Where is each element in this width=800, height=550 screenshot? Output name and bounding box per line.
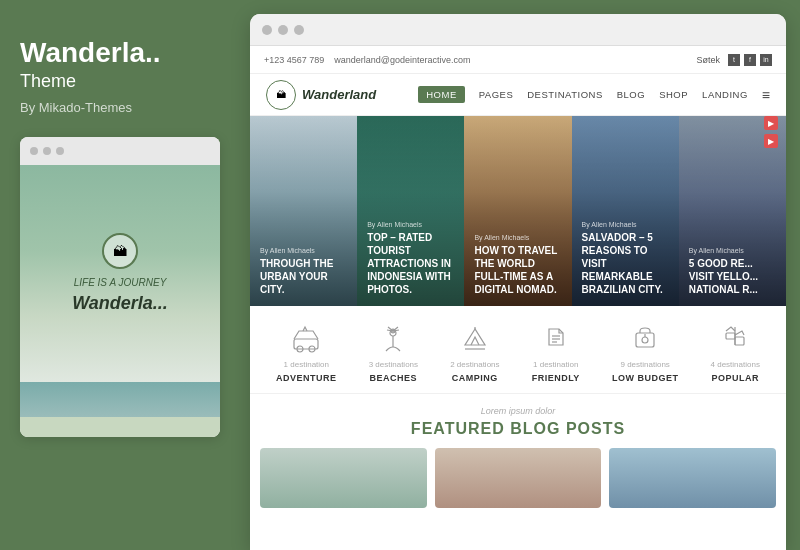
nav-destinations[interactable]: DESTINATIONS xyxy=(527,89,603,100)
mini-hero-bg: 🏔 LIFE IS A JOURNEY Wanderla... xyxy=(20,165,220,382)
mini-card-body: 🏔 LIFE IS A JOURNEY Wanderla... xyxy=(20,165,220,437)
hero-title-3: HOW TO TRAVEL THE WORLD FULL-TIME AS A D… xyxy=(474,244,561,296)
hero-card-2: By Allen Michaels TOP – RATED TOURIST AT… xyxy=(357,116,464,306)
mini-dot-2 xyxy=(43,147,51,155)
mini-preview-card: 🏔 LIFE IS A JOURNEY Wanderla... xyxy=(20,137,220,437)
facebook-icon: f xyxy=(744,54,756,66)
mini-preview: 🏔 LIFE IS A JOURNEY Wanderla... xyxy=(20,165,220,437)
hero-card-4: By Allen Michaels SALVADOR – 5 REASONS T… xyxy=(572,116,679,306)
camping-label: CAMPING xyxy=(452,373,498,383)
hero-text-1: By Allen Michaels THROUGH THE URBAN YOUR… xyxy=(260,247,347,296)
site-nav: 🏔 Wanderland HOME PAGES DESTINATIONS BLO… xyxy=(250,74,786,116)
hero-card-3: By Allen Michaels HOW TO TRAVEL THE WORL… xyxy=(464,116,571,306)
hero-text-5: By Allen Michaels 5 GOOD RE... VISIT YEL… xyxy=(689,247,776,296)
hero-bg-4: By Allen Michaels SALVADOR – 5 REASONS T… xyxy=(572,116,679,306)
browser-dot-1 xyxy=(262,25,272,35)
logo-name: Wanderland xyxy=(302,87,376,102)
mini-logo-circle: 🏔 xyxy=(102,233,138,269)
theme-title: Wanderla.. xyxy=(20,38,220,69)
category-beaches[interactable]: 3 destinations BEACHES xyxy=(369,320,418,383)
popular-label: POPULAR xyxy=(711,373,759,383)
hero-text-4: By Allen Michaels SALVADOR – 5 REASONS T… xyxy=(582,221,669,296)
featured-title: FEATURED BLOG POSTS xyxy=(260,420,776,438)
svg-rect-16 xyxy=(735,337,744,345)
notif-dot-2: ▶ xyxy=(764,134,778,148)
featured-post-2[interactable] xyxy=(435,448,602,508)
left-panel: Wanderla.. Theme By Mikado-Themes 🏔 LIFE… xyxy=(0,0,240,550)
mini-topbar xyxy=(20,137,220,165)
hero-bg-3: By Allen Michaels HOW TO TRAVEL THE WORL… xyxy=(464,116,571,306)
hero-author-1: By Allen Michaels xyxy=(260,247,347,254)
category-adventure[interactable]: 1 destination ADVENTURE xyxy=(276,320,337,383)
nav-links[interactable]: HOME PAGES DESTINATIONS BLOG SHOP LANDIN… xyxy=(418,86,770,103)
email-address: wanderland@godeinteractive.com xyxy=(334,55,470,65)
phone-number: +123 4567 789 xyxy=(264,55,324,65)
categories-section: 1 destination ADVENTURE 3 destinations B… xyxy=(250,306,786,394)
mini-dot-1 xyxy=(30,147,38,155)
camping-count: 2 destinations xyxy=(450,360,499,369)
mini-logo-text: LIFE IS A JOURNEY xyxy=(74,277,167,289)
search-label: Søtek xyxy=(696,55,720,65)
browser-content: +123 4567 789 wanderland@godeinteractive… xyxy=(250,46,786,550)
camping-icon xyxy=(457,320,493,356)
beaches-icon xyxy=(375,320,411,356)
browser-window: +123 4567 789 wanderland@godeinteractive… xyxy=(250,14,786,550)
category-lowbudget[interactable]: 9 destinations LOW BUDGET xyxy=(612,320,679,383)
hero-strip: ▶ ▶ By Allen Michaels THROUGH THE URBAN … xyxy=(250,116,786,306)
site-logo: 🏔 Wanderland xyxy=(266,80,376,110)
browser-chrome xyxy=(250,14,786,46)
category-popular[interactable]: 4 destinations POPULAR xyxy=(711,320,760,383)
friendly-label: FRIENDLY xyxy=(532,373,580,383)
featured-title-part1: FEATURED BLOG xyxy=(411,420,566,437)
lowbudget-icon xyxy=(627,320,663,356)
hero-bg-2: By Allen Michaels TOP – RATED TOURIST AT… xyxy=(357,116,464,306)
theme-subtitle: Theme xyxy=(20,71,220,92)
hero-author-3: By Allen Michaels xyxy=(474,234,561,241)
theme-by: By Mikado-Themes xyxy=(20,100,220,115)
logo-icon: 🏔 xyxy=(276,89,286,100)
friendly-icon xyxy=(538,320,574,356)
lowbudget-count: 9 destinations xyxy=(621,360,670,369)
adventure-label: ADVENTURE xyxy=(276,373,337,383)
popular-count: 4 destinations xyxy=(711,360,760,369)
mini-hero: 🏔 LIFE IS A JOURNEY Wanderla... xyxy=(20,165,220,382)
svg-rect-15 xyxy=(726,333,735,339)
featured-post-3[interactable] xyxy=(609,448,776,508)
adventure-count: 1 destination xyxy=(284,360,329,369)
featured-post-1[interactable] xyxy=(260,448,427,508)
nav-shop[interactable]: SHOP xyxy=(659,89,688,100)
browser-dot-3 xyxy=(294,25,304,35)
hero-author-5: By Allen Michaels xyxy=(689,247,776,254)
hero-card-1: By Allen Michaels THROUGH THE URBAN YOUR… xyxy=(250,116,357,306)
hero-title-4: SALVADOR – 5 REASONS TO VISIT REMARKABLE… xyxy=(582,231,669,296)
svg-point-12 xyxy=(642,337,648,343)
twitter-icon: t xyxy=(728,54,740,66)
category-friendly[interactable]: 1 destination FRIENDLY xyxy=(532,320,580,383)
hero-text-2: By Allen Michaels TOP – RATED TOURIST AT… xyxy=(367,221,454,296)
friendly-count: 1 destination xyxy=(533,360,578,369)
featured-lorem: Lorem ipsum dolor xyxy=(260,406,776,416)
hero-author-4: By Allen Michaels xyxy=(582,221,669,228)
popular-icon xyxy=(717,320,753,356)
hamburger-icon[interactable]: ≡ xyxy=(762,87,770,103)
mini-dot-3 xyxy=(56,147,64,155)
hero-title-2: TOP – RATED TOURIST ATTRACTIONS IN INDON… xyxy=(367,231,454,296)
nav-pages[interactable]: PAGES xyxy=(479,89,514,100)
mini-ground xyxy=(20,417,220,437)
hero-author-2: By Allen Michaels xyxy=(367,221,454,228)
category-camping[interactable]: 2 destinations CAMPING xyxy=(450,320,499,383)
featured-section: Lorem ipsum dolor FEATURED BLOG POSTS xyxy=(250,394,786,518)
nav-blog[interactable]: BLOG xyxy=(617,89,645,100)
nav-home[interactable]: HOME xyxy=(418,86,465,103)
nav-landing[interactable]: LANDING xyxy=(702,89,748,100)
hero-text-3: By Allen Michaels HOW TO TRAVEL THE WORL… xyxy=(474,234,561,296)
notif-dot-1: ▶ xyxy=(764,116,778,130)
lowbudget-label: LOW BUDGET xyxy=(612,373,679,383)
featured-posts xyxy=(260,448,776,508)
beaches-count: 3 destinations xyxy=(369,360,418,369)
instagram-icon: in xyxy=(760,54,772,66)
site-topbar: +123 4567 789 wanderland@godeinteractive… xyxy=(250,46,786,74)
hero-title-1: THROUGH THE URBAN YOUR CITY. xyxy=(260,257,347,296)
hero-title-5: 5 GOOD RE... VISIT YELLO... NATIONAL R..… xyxy=(689,257,776,296)
beaches-label: BEACHES xyxy=(370,373,418,383)
